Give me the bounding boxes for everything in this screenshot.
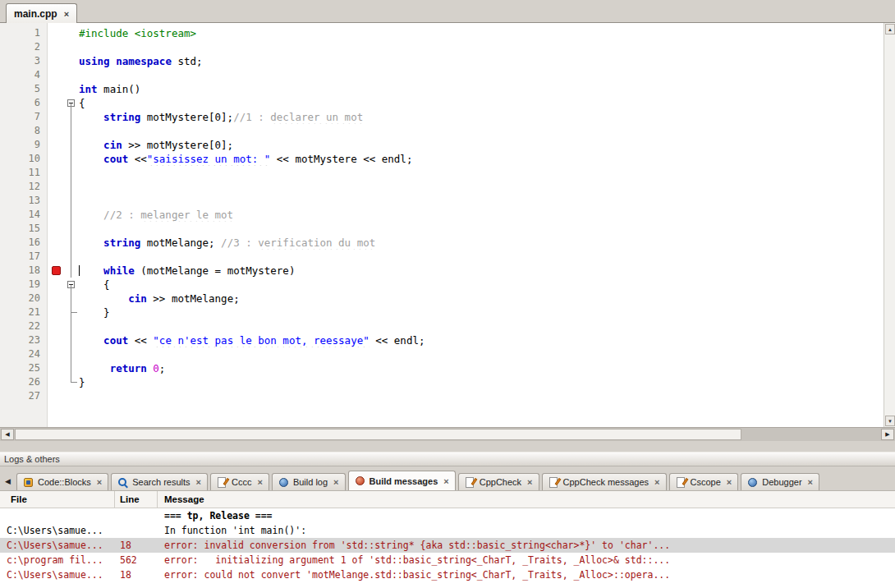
logs-tab-build-log[interactable]: Build log× [272, 473, 346, 490]
code-line-20[interactable]: 20 cin >> motMelange; [0, 292, 884, 305]
code-text: { [79, 278, 884, 292]
header-file[interactable]: File [0, 491, 115, 508]
tab-close-icon[interactable]: × [727, 477, 732, 487]
code-line-22[interactable]: 22 [0, 319, 884, 333]
code-line-5[interactable]: 5int main() [0, 82, 884, 96]
log-row[interactable]: C:\Users\samue...In function 'int main()… [0, 523, 895, 538]
code-line-9[interactable]: 9 cin >> motMystere[0]; [0, 138, 884, 152]
tab-label: Search results [132, 477, 190, 487]
logs-tab-cppcheck[interactable]: CppCheck× [458, 473, 539, 490]
code-line-15[interactable]: 15 [0, 222, 884, 236]
code-text: } [79, 375, 884, 389]
tab-close-icon[interactable]: × [443, 476, 448, 486]
breakpoint-margin[interactable] [48, 124, 64, 138]
scroll-up-icon[interactable]: ▲ [885, 24, 895, 34]
code-line-7[interactable]: 7 string motMystere[0];//1 : declarer un… [0, 110, 884, 124]
tab-close-icon[interactable]: × [97, 477, 102, 487]
code-line-25[interactable]: 25 return 0; [0, 361, 884, 375]
breakpoint-margin[interactable] [48, 208, 64, 222]
breakpoint-margin[interactable] [48, 264, 64, 278]
breakpoint-margin[interactable] [48, 152, 64, 166]
code-line-26[interactable]: 26} [0, 375, 884, 389]
code-editor[interactable]: 1#include <iostream>23using namespace st… [0, 23, 895, 441]
code-line-10[interactable]: 10 cout <<"saisissez un mot: " << motMys… [0, 152, 884, 166]
breakpoint-margin[interactable] [48, 319, 64, 333]
log-row[interactable]: C:\Users\samue...18error: invalid conver… [0, 538, 895, 553]
code-line-11[interactable]: 11 [0, 166, 884, 180]
code-line-18[interactable]: 18 while (motMelange = motMystere) [0, 264, 884, 278]
breakpoint-margin[interactable] [48, 222, 64, 236]
code-line-13[interactable]: 13 [0, 194, 884, 208]
breakpoint-margin[interactable] [48, 54, 64, 68]
logs-tab-build-messages[interactable]: Build messages× [348, 471, 456, 490]
code-line-17[interactable]: 17 [0, 250, 884, 264]
editor-lines[interactable]: 1#include <iostream>23using namespace st… [0, 23, 884, 427]
code-line-2[interactable]: 2 [0, 40, 884, 54]
code-line-24[interactable]: 24 [0, 347, 884, 361]
header-message[interactable]: Message [158, 491, 895, 508]
scroll-right-icon[interactable]: ▶ [881, 429, 894, 440]
code-line-27[interactable]: 27 [0, 389, 884, 403]
tab-close-icon[interactable]: × [333, 477, 338, 487]
breakpoint-margin[interactable] [48, 236, 64, 250]
tab-close-icon[interactable]: × [196, 477, 201, 487]
logs-tab-code-blocks[interactable]: Code::Blocks× [16, 473, 108, 490]
breakpoint-margin[interactable] [48, 194, 64, 208]
tab-close-icon[interactable]: × [808, 477, 813, 487]
breakpoint-margin[interactable] [48, 333, 64, 347]
logs-tab-cscope[interactable]: Cscope× [669, 473, 739, 490]
logs-tab-debugger[interactable]: Debugger× [741, 473, 819, 490]
code-line-14[interactable]: 14 //2 : melanger le mot [0, 208, 884, 222]
editor-tab-main-cpp[interactable]: main.cpp × [6, 3, 77, 23]
breakpoint-margin[interactable] [48, 180, 64, 194]
breakpoint-margin[interactable] [48, 110, 64, 124]
code-line-6[interactable]: 6{ [0, 96, 884, 110]
breakpoint-margin[interactable] [48, 138, 64, 152]
logs-tab-cppcheck-messages[interactable]: CppCheck messages× [542, 473, 667, 490]
editor-horizontal-scrollbar[interactable]: ◀ ▶ [0, 427, 895, 441]
code-line-23[interactable]: 23 cout << "ce n'est pas le bon mot, ree… [0, 333, 884, 347]
code-text: #include <iostream> [79, 26, 884, 40]
tab-close-icon[interactable]: × [654, 477, 659, 487]
logs-tab-cccc[interactable]: Cccc× [210, 473, 269, 490]
code-line-21[interactable]: 21 } [0, 305, 884, 319]
breakpoint-margin[interactable] [48, 250, 64, 264]
fold-margin [64, 68, 79, 82]
breakpoint-margin[interactable] [48, 26, 64, 40]
log-row[interactable]: c:\program fil...562error: initializing … [0, 553, 895, 567]
log-row[interactable]: C:\Users\samue...18error: could not conv… [0, 567, 895, 582]
fold-line [71, 138, 71, 145]
breakpoint-margin[interactable] [48, 278, 64, 292]
code-line-16[interactable]: 16 string motMelange; //3 : verification… [0, 236, 884, 250]
log-row[interactable]: === tp, Release === [0, 508, 895, 523]
breakpoint-margin[interactable] [48, 40, 64, 54]
scroll-left-icon[interactable]: ◀ [1, 429, 14, 440]
tabs-scroll-left-icon[interactable]: ◀ [2, 475, 13, 487]
breakpoint-margin[interactable] [48, 389, 64, 403]
breakpoint-margin[interactable] [48, 68, 64, 82]
breakpoint-margin[interactable] [48, 96, 64, 110]
code-line-1[interactable]: 1#include <iostream> [0, 26, 884, 40]
code-line-12[interactable]: 12 [0, 180, 884, 194]
code-line-4[interactable]: 4 [0, 68, 884, 82]
breakpoint-margin[interactable] [48, 375, 64, 389]
tab-close-icon[interactable]: × [64, 9, 69, 19]
horizontal-scrollbar-thumb[interactable] [15, 429, 741, 440]
header-line[interactable]: Line [115, 491, 158, 508]
code-line-3[interactable]: 3using namespace std; [0, 54, 884, 68]
scroll-down-icon[interactable]: ▼ [885, 416, 895, 426]
tab-close-icon[interactable]: × [257, 477, 262, 487]
logs-tab-search-results[interactable]: Search results× [111, 473, 208, 490]
tab-close-icon[interactable]: × [527, 477, 532, 487]
breakpoint-margin[interactable] [48, 82, 64, 96]
breakpoint-margin[interactable] [48, 347, 64, 361]
breakpoint-margin[interactable] [48, 305, 64, 319]
editor-vertical-scrollbar[interactable]: ▲ ▼ [884, 23, 895, 427]
breakpoint-margin[interactable] [48, 292, 64, 305]
fold-line [71, 194, 71, 201]
breakpoint-margin[interactable] [48, 166, 64, 180]
breakpoint-icon[interactable] [52, 266, 61, 275]
breakpoint-margin[interactable] [48, 361, 64, 375]
code-line-8[interactable]: 8 [0, 124, 884, 138]
code-line-19[interactable]: 19 { [0, 278, 884, 292]
